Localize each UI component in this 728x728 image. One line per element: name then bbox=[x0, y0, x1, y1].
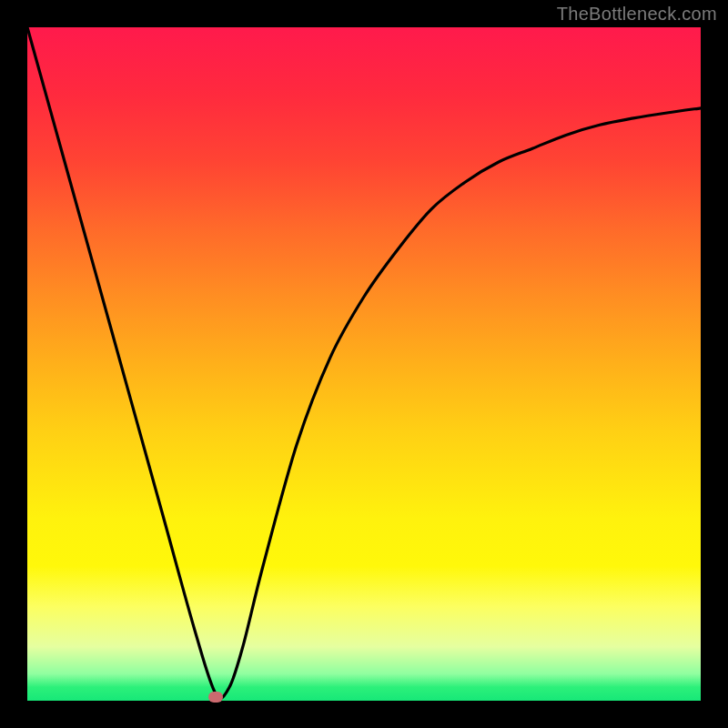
chart-frame: TheBottleneck.com bbox=[0, 0, 728, 728]
optimal-point-marker bbox=[208, 692, 223, 703]
plot-area bbox=[27, 27, 701, 701]
curve-svg bbox=[27, 27, 701, 701]
watermark-text: TheBottleneck.com bbox=[557, 4, 717, 25]
bottleneck-curve bbox=[27, 27, 701, 698]
